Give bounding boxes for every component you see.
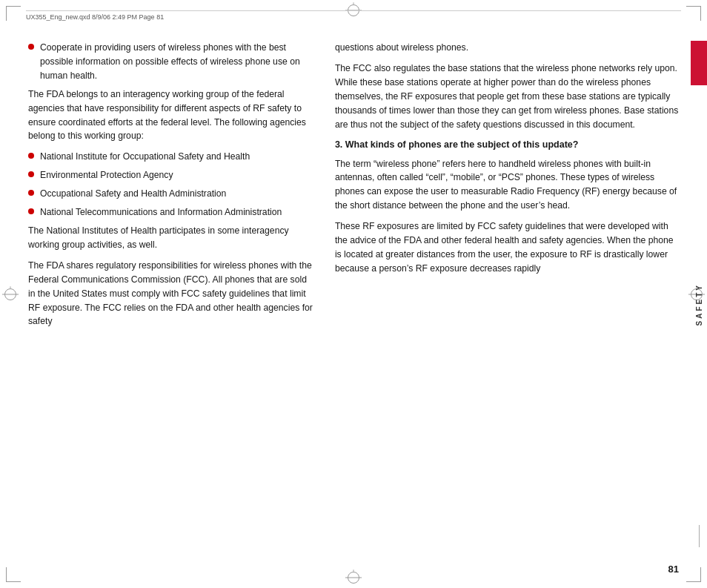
section-heading: 3. What kinds of phones are the subject …	[335, 138, 679, 151]
safety-label: SAFETY	[695, 283, 703, 326]
bullet-text-1: Cooperate in providing users of wireless…	[40, 41, 314, 83]
bullet-dot-2	[28, 153, 34, 159]
bullet-item-3: Environmental Protection Agency	[28, 168, 314, 182]
corner-mark-bottom-left	[6, 567, 21, 582]
header-bar: UX355_Eng_new.qxd 8/9/06 2:49 PM Page 81	[26, 10, 681, 21]
left-column: Cooperate in providing users of wireless…	[28, 41, 328, 555]
page-number: 81	[668, 564, 679, 575]
bullet-dot-5	[28, 208, 34, 214]
bullet-text-3: Environmental Protection Agency	[40, 168, 314, 182]
right-column: questions about wireless phones. The FCC…	[328, 41, 679, 555]
corner-mark-top-left	[6, 6, 21, 21]
safety-red-bar	[691, 41, 707, 85]
corner-mark-bottom-right	[686, 567, 701, 582]
reg-mark-bottom	[348, 572, 359, 584]
right-paragraph-1: questions about wireless phones.	[335, 41, 679, 55]
right-paragraph-4: These RF exposures are limited by FCC sa…	[335, 219, 679, 276]
corner-mark-top-right	[686, 6, 701, 21]
bullet-dot-3	[28, 171, 34, 177]
bullet-item-2: National Institute for Occupational Safe…	[28, 150, 314, 164]
bullet-dot-4	[28, 190, 34, 196]
bullet-item-5: National Telecommunications and Informat…	[28, 205, 314, 219]
bullet-item-1: Cooperate in providing users of wireless…	[28, 41, 314, 83]
bullet-text-2: National Institute for Occupational Safe…	[40, 150, 314, 164]
safety-line	[699, 525, 700, 547]
header-text: UX355_Eng_new.qxd 8/9/06 2:49 PM Page 81	[26, 13, 164, 21]
bullet-text-5: National Telecommunications and Informat…	[40, 205, 314, 219]
safety-label-container: SAFETY	[695, 88, 703, 521]
paragraph-1: The FDA belongs to an interagency workin…	[28, 87, 314, 144]
right-paragraph-2: The FCC also regulates the base stations…	[335, 62, 679, 132]
reg-mark-left	[4, 288, 16, 300]
bullet-dot-1	[28, 44, 34, 50]
bullet-item-4: Occupational Safety and Health Administr…	[28, 187, 314, 201]
paragraph-3: The FDA shares regulatory responsibiliti…	[28, 259, 314, 329]
bullet-text-4: Occupational Safety and Health Administr…	[40, 187, 314, 201]
safety-sidebar: SAFETY	[691, 41, 707, 547]
right-paragraph-3: The term “wireless phone” refers here to…	[335, 157, 679, 214]
paragraph-2: The National Institutes of Health partic…	[28, 224, 314, 252]
content-area: Cooperate in providing users of wireless…	[28, 41, 679, 555]
